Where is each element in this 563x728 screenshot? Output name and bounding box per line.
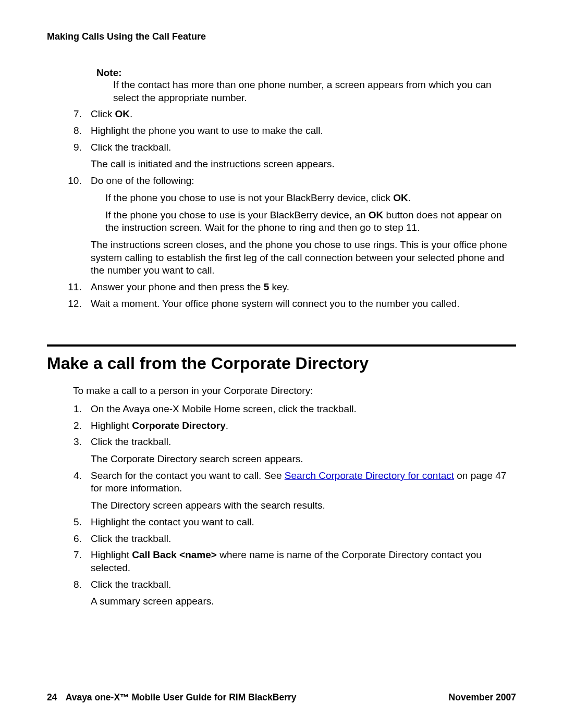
- page-footer: 24 Avaya one-X™ Mobile User Guide for RI…: [47, 692, 516, 703]
- section-intro: To make a call to a person in your Corpo…: [73, 385, 516, 398]
- footer-left: 24 Avaya one-X™ Mobile User Guide for RI…: [47, 692, 297, 703]
- step-para: The call is initiated and the instructio…: [91, 158, 511, 171]
- step-text: If the phone you chose to use is your Bl…: [105, 209, 369, 220]
- step-text: key.: [269, 281, 289, 292]
- step-8: Click the trackball. A summary screen ap…: [84, 578, 511, 608]
- page-number: 24: [47, 692, 57, 702]
- step-11: Answer your phone and then press the 5 k…: [84, 281, 511, 294]
- step-text: .: [408, 192, 411, 203]
- step-text: Search for the contact you want to call.…: [91, 470, 285, 481]
- step-option: If the phone you chose to use is not you…: [105, 192, 511, 205]
- step-10: Do one of the following: If the phone yo…: [84, 175, 511, 277]
- step-3: Click the trackball. The Corporate Direc…: [84, 436, 511, 465]
- running-header: Making Calls Using the Call Feature: [47, 31, 516, 42]
- step-text: Click the trackball.: [91, 436, 171, 447]
- step-text: Answer your phone and then press the: [91, 281, 264, 292]
- note-body: If the contact has more than one phone n…: [113, 79, 516, 104]
- step-8: Highlight the phone you want to use to m…: [84, 125, 511, 138]
- step-text: .: [130, 108, 132, 119]
- step-6: Click the trackball.: [84, 533, 511, 546]
- step-5: Highlight the contact you want to call.: [84, 516, 511, 529]
- step-4: Search for the contact you want to call.…: [84, 470, 511, 512]
- bold-call-back: Call Back <name>: [132, 549, 217, 560]
- step-text: Highlight: [91, 549, 132, 560]
- step-12: Wait a moment. Your office phone system …: [84, 298, 511, 311]
- step-text: Highlight: [91, 420, 132, 431]
- step-text: If the phone you chose to use is not you…: [105, 192, 393, 203]
- bold-corp-dir: Corporate Directory: [132, 420, 226, 431]
- step-text: .: [226, 420, 228, 431]
- step-text: Click the trackball.: [91, 579, 171, 590]
- bold-ok: OK: [369, 209, 384, 220]
- step-7: Highlight Call Back <name> where name is…: [84, 549, 511, 574]
- note-label: Note:: [96, 67, 516, 79]
- cross-ref-link[interactable]: Search Corporate Directory for contact: [285, 470, 454, 481]
- bold-ok: OK: [115, 108, 130, 119]
- footer-title: Avaya one-X™ Mobile User Guide for RIM B…: [66, 692, 297, 702]
- bold-key: 5: [264, 281, 270, 292]
- steps-continued: Click OK. Highlight the phone you want t…: [84, 108, 511, 310]
- section-heading: Make a call from the Corporate Directory: [47, 354, 516, 373]
- footer-date: November 2007: [449, 692, 516, 703]
- bold-ok: OK: [393, 192, 408, 203]
- step-para: A summary screen appears.: [91, 595, 511, 608]
- step-1: On the Avaya one-X Mobile Home screen, c…: [84, 403, 511, 416]
- step-para: The instructions screen closes, and the …: [91, 239, 511, 277]
- step-para: The Corporate Directory search screen ap…: [91, 453, 511, 466]
- step-9: Click the trackball. The call is initiat…: [84, 141, 511, 171]
- step-para: The Directory screen appears with the se…: [91, 499, 511, 512]
- steps-corporate: On the Avaya one-X Mobile Home screen, c…: [84, 403, 511, 608]
- section-divider: [47, 344, 516, 347]
- step-2: Highlight Corporate Directory.: [84, 419, 511, 433]
- step-text: Do one of the following:: [91, 175, 194, 186]
- step-text: Click: [91, 108, 115, 119]
- step-text: Click the trackball.: [91, 142, 171, 153]
- step-option: If the phone you chose to use is your Bl…: [105, 209, 511, 235]
- note-block: Note: If the contact has more than one p…: [96, 67, 516, 104]
- page-container: Making Calls Using the Call Feature Note…: [0, 0, 563, 636]
- step-7: Click OK.: [84, 108, 511, 121]
